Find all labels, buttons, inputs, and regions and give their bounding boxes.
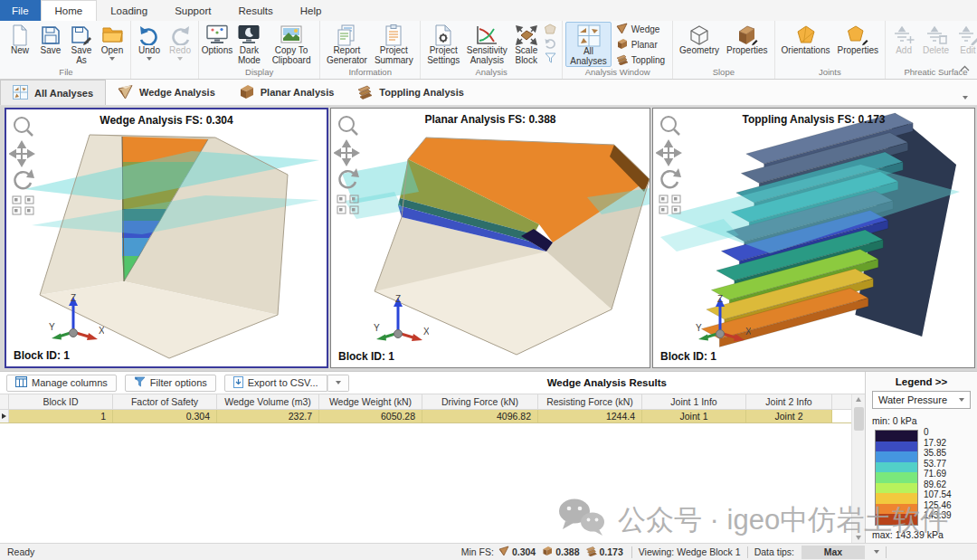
project-settings-button[interactable]: Project Settings	[423, 22, 463, 67]
slope-properties-button[interactable]: Properties	[723, 22, 772, 67]
report-generator-button[interactable]: Report Generator	[323, 22, 370, 67]
project-settings-icon	[433, 24, 453, 46]
pan-icon[interactable]	[657, 141, 680, 165]
legend-tick: 17.92	[924, 437, 946, 447]
min-fs-planar: 0.388	[555, 546, 579, 557]
all-analyses-button[interactable]: All Analyses	[565, 22, 612, 67]
export-dropdown-caret[interactable]	[327, 375, 349, 392]
data-tips-caret[interactable]	[874, 550, 879, 554]
menu-support[interactable]: Support	[161, 0, 224, 21]
cell-driving-force: 4096.82	[422, 410, 538, 422]
column-header[interactable]: Block ID	[9, 394, 113, 409]
tab-all-analyses[interactable]: All Analyses	[0, 80, 106, 105]
collapse-ribbon-chevron[interactable]	[960, 62, 970, 73]
sensitivity-analysis-icon	[475, 24, 498, 46]
legend-title[interactable]: Legend >>	[872, 376, 971, 387]
scrollbar-thumb[interactable]	[854, 407, 864, 431]
column-header[interactable]: Joint 2 Info	[746, 394, 832, 409]
column-header[interactable]: Joint 1 Info	[642, 394, 746, 409]
rotate-icon[interactable]	[339, 168, 359, 187]
save-as-button[interactable]: Save As	[66, 22, 97, 67]
project-summary-button[interactable]: Project Summary	[371, 22, 418, 67]
legend-selector[interactable]: Water Pressure	[872, 391, 971, 409]
new-button[interactable]: New	[5, 22, 35, 67]
axis-x-label: X	[99, 326, 104, 336]
legend-min-label: min: 0 kPa	[872, 415, 971, 426]
panel-title: Toppling Analysis FS: 0.173	[653, 113, 974, 126]
column-header[interactable]: Wedge Weight (kN)	[319, 394, 422, 409]
column-header[interactable]: Driving Force (kN)	[422, 394, 538, 409]
phreatic-delete-button[interactable]: Delete	[919, 22, 953, 67]
view-preset-icons[interactable]	[337, 195, 358, 214]
menu-help[interactable]: Help	[287, 0, 336, 21]
block-id-label: Block ID: 1	[660, 350, 716, 363]
legend-tick: 89.62	[924, 479, 946, 489]
menu-file[interactable]: File	[0, 0, 41, 21]
toppling-view-panel: Toppling Analysis FS: 0.173 Z X Y	[652, 108, 975, 368]
scroll-up-icon[interactable]	[856, 397, 861, 402]
tab-toppling-analysis[interactable]: Toppling Analysis	[346, 80, 476, 105]
redo-button[interactable]: Redo	[165, 22, 195, 67]
table-row[interactable]: 1 0.304 232.7 6050.28 4096.82 1244.4 Joi…	[0, 410, 865, 423]
view-preset-icons[interactable]	[659, 195, 680, 214]
legend-max-label: max: 143.39 kPa	[872, 529, 971, 540]
small-gem-icon[interactable]	[545, 24, 556, 36]
tab-strip-overflow-caret[interactable]	[963, 90, 968, 101]
ribbon-group-analysis: Project Settings Sensitivity Analysis Sc…	[420, 21, 562, 79]
filter-options-button[interactable]: Filter options	[125, 375, 216, 392]
undo-button[interactable]: Undo	[134, 22, 165, 67]
rotate-icon[interactable]	[14, 169, 34, 188]
joint-orientations-button[interactable]: Orientations	[778, 22, 834, 67]
planar-window-button[interactable]: Planar	[613, 37, 668, 52]
menu-home[interactable]: Home	[41, 0, 98, 21]
pan-icon[interactable]	[10, 142, 33, 166]
zoom-icon[interactable]	[339, 117, 357, 135]
ribbon-group-information: Report Generator Project Summary Informa…	[319, 21, 420, 79]
small-filter-icon[interactable]	[545, 52, 556, 65]
zoom-icon[interactable]	[14, 118, 33, 136]
wedge-window-button[interactable]: Wedge	[613, 22, 668, 36]
view-preset-icons[interactable]	[13, 196, 33, 214]
wedge-view-panel: Wedge Analysis FS: 0.304 Z X Y	[5, 108, 328, 368]
cell-resisting-force: 1244.4	[538, 410, 642, 422]
table-vertical-scrollbar[interactable]	[851, 394, 865, 543]
tab-wedge-analysis[interactable]: Wedge Analysis	[106, 80, 227, 105]
axis-z-label: Z	[717, 294, 723, 304]
rotate-icon[interactable]	[661, 168, 681, 187]
viewport-tools	[9, 115, 42, 218]
menu-results[interactable]: Results	[224, 0, 286, 21]
legend-band	[876, 451, 917, 462]
column-header[interactable]: Factor of Safety	[113, 394, 217, 409]
phreatic-add-button[interactable]: Add	[888, 22, 919, 67]
phreatic-edit-button[interactable]: Edit	[953, 22, 977, 67]
ribbon-group-edit: Undo Redo	[130, 21, 198, 79]
axis-z-label: Z	[71, 293, 76, 303]
copy-to-clipboard-button[interactable]: Copy To Clipboard	[266, 22, 317, 67]
dark-mode-button[interactable]: Dark Mode	[232, 22, 266, 67]
data-tips-dropdown[interactable]: Max	[802, 546, 865, 559]
open-button[interactable]: Open	[97, 22, 128, 67]
save-button[interactable]: Save	[35, 22, 66, 67]
toppling-window-button[interactable]: Toppling	[613, 52, 668, 67]
export-split-button: Export to CSV...	[224, 375, 349, 392]
joint-properties-button[interactable]: Properties	[833, 22, 882, 67]
axis-x-label: X	[423, 327, 429, 337]
zoom-icon[interactable]	[661, 117, 679, 135]
menu-loading[interactable]: Loading	[97, 0, 161, 21]
tab-planar-analysis[interactable]: Planar Analysis	[227, 80, 346, 105]
display-options-button[interactable]: Options	[202, 22, 232, 67]
column-header[interactable]: Resisting Force (kN)	[538, 394, 642, 409]
manage-columns-button[interactable]: Manage columns	[6, 375, 117, 392]
pan-icon[interactable]	[335, 141, 358, 165]
legend-tick: 143.39	[924, 510, 952, 520]
scroll-down-icon[interactable]	[856, 536, 861, 540]
export-csv-button[interactable]: Export to CSV...	[224, 375, 327, 392]
scale-block-button[interactable]: Scale Block	[510, 22, 542, 67]
toppling-icon	[616, 53, 628, 67]
sensitivity-analysis-button[interactable]: Sensitivity Analysis	[463, 22, 510, 67]
cell-joint2-info: Joint 2	[746, 410, 832, 422]
slope-geometry-button[interactable]: Geometry	[676, 22, 723, 67]
small-restore-icon[interactable]	[545, 38, 556, 51]
column-header[interactable]: Wedge Volume (m3)	[217, 394, 319, 409]
axis-triad: Z X Y	[695, 293, 751, 347]
